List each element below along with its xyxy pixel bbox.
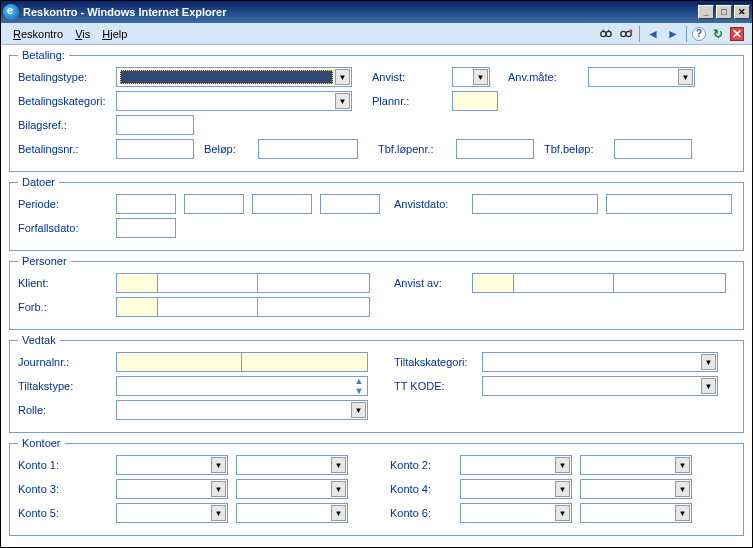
binoculars-icon[interactable] (598, 26, 614, 42)
legend-betaling: Betaling: (18, 49, 69, 61)
label-konto5: Konto 5: (18, 507, 116, 519)
konto3b-select[interactable]: ▼ (236, 479, 348, 499)
klient3-input[interactable] (258, 273, 370, 293)
next-icon[interactable]: ► (665, 26, 681, 42)
binoculars-clear-icon[interactable] (618, 26, 634, 42)
menu-reskontro[interactable]: Reskontro (7, 26, 69, 42)
svg-point-1 (606, 31, 611, 36)
betalingstype-select[interactable]: ▼ (116, 67, 352, 87)
label-periode: Periode: (18, 198, 116, 210)
chevron-down-icon: ▼ (331, 481, 346, 497)
chevron-down-icon: ▼ (211, 457, 226, 473)
menu-vis[interactable]: Vis (69, 26, 96, 42)
group-datoer: Datoer Periode: Anvistdato: Forfallsdato… (9, 176, 744, 251)
periode1-input[interactable] (116, 194, 176, 214)
journalnr2-input[interactable] (242, 352, 368, 372)
label-forfallsdato: Forfallsdato: (18, 222, 116, 234)
konto2a-select[interactable]: ▼ (460, 455, 572, 475)
konto6b-select[interactable]: ▼ (580, 503, 692, 523)
label-tbfbelop: Tbf.beløp: (544, 143, 608, 155)
chevron-down-icon: ▼ (473, 69, 488, 85)
label-rolle: Rolle: (18, 404, 116, 416)
label-tiltakstype: Tiltakstype: (18, 380, 116, 392)
bilagsref-input[interactable] (116, 115, 194, 135)
konto2b-select[interactable]: ▼ (580, 455, 692, 475)
anvist-select[interactable]: ▼ (452, 67, 490, 87)
toolbar-separator (639, 26, 640, 42)
forfallsdato-input[interactable] (116, 218, 176, 238)
periode3-input[interactable] (252, 194, 312, 214)
ttkode-select[interactable]: ▼ (482, 376, 718, 396)
refresh-icon[interactable]: ↻ (710, 26, 726, 42)
content-area: Betaling: Betalingstype: ▼ Anvist: ▼ Anv… (1, 45, 752, 544)
anvistdato2-input[interactable] (606, 194, 732, 214)
konto3a-select[interactable]: ▼ (116, 479, 228, 499)
group-kontoer: Kontoer Konto 1: ▼ ▼ Konto 2: ▼ ▼ Konto … (9, 437, 744, 536)
ie-icon (3, 4, 19, 20)
chevron-down-icon: ▼ (335, 93, 350, 109)
belop-input[interactable] (258, 139, 358, 159)
label-betalingsnr: Betalingsnr.: (18, 143, 116, 155)
periode4-input[interactable] (320, 194, 380, 214)
chevron-down-icon: ▼ (675, 481, 690, 497)
konto5b-select[interactable]: ▼ (236, 503, 348, 523)
konto6a-select[interactable]: ▼ (460, 503, 572, 523)
tbfbelop-input[interactable] (614, 139, 692, 159)
chevron-down-icon: ▼ (675, 505, 690, 521)
label-forb: Forb.: (18, 301, 116, 313)
forb2-input[interactable] (158, 297, 258, 317)
legend-vedtak: Vedtak (18, 334, 60, 346)
konto1a-select[interactable]: ▼ (116, 455, 228, 475)
chevron-down-icon: ▼ (211, 505, 226, 521)
forb3-input[interactable] (258, 297, 370, 317)
konto4a-select[interactable]: ▼ (460, 479, 572, 499)
label-tiltakskategori: Tiltakskategori: (394, 356, 482, 368)
chevron-down-icon: ▼ (555, 481, 570, 497)
klient1-input[interactable] (116, 273, 158, 293)
chevron-down-icon: ▼ (211, 481, 226, 497)
konto4b-select[interactable]: ▼ (580, 479, 692, 499)
label-anvmate: Anv.måte: (508, 71, 578, 83)
tiltakstype-input[interactable]: ▲▼ (116, 376, 368, 396)
updown-icon[interactable]: ▲▼ (354, 376, 364, 396)
periode2-input[interactable] (184, 194, 244, 214)
rolle-select[interactable]: ▼ (116, 400, 368, 420)
betalingskategori-select[interactable]: ▼ (116, 91, 352, 111)
plannr-input[interactable] (452, 91, 498, 111)
toolbar-separator (686, 26, 687, 42)
label-anvistdato: Anvistdato: (394, 198, 472, 210)
maximize-button[interactable]: □ (716, 5, 732, 19)
group-personer: Personer Klient: Anvist av: Forb.: (9, 255, 744, 330)
tbflopenr-input[interactable] (456, 139, 534, 159)
minimize-button[interactable]: _ (698, 5, 714, 19)
prev-icon[interactable]: ◄ (645, 26, 661, 42)
label-journalnr: Journalnr.: (18, 356, 116, 368)
close-form-icon[interactable]: ✕ (730, 27, 744, 41)
close-button[interactable]: ✕ (734, 5, 750, 19)
menu-hjelp[interactable]: Hjelp (96, 26, 133, 42)
anvistdato1-input[interactable] (472, 194, 598, 214)
chevron-down-icon: ▼ (331, 505, 346, 521)
chevron-down-icon: ▼ (675, 457, 690, 473)
anvmate-select[interactable]: ▼ (588, 67, 695, 87)
konto5a-select[interactable]: ▼ (116, 503, 228, 523)
anvistav2-input[interactable] (514, 273, 614, 293)
label-plannr: Plannr.: (372, 95, 432, 107)
label-konto3: Konto 3: (18, 483, 116, 495)
anvistav3-input[interactable] (614, 273, 726, 293)
tiltakskategori-select[interactable]: ▼ (482, 352, 718, 372)
label-konto1: Konto 1: (18, 459, 116, 471)
betalingsnr-input[interactable] (116, 139, 194, 159)
label-ttkode: TT KODE: (394, 380, 482, 392)
chevron-down-icon: ▼ (351, 402, 366, 418)
window-title: Reskontro - Windows Internet Explorer (23, 6, 698, 18)
chevron-down-icon: ▼ (555, 505, 570, 521)
chevron-down-icon: ▼ (678, 69, 693, 85)
anvistav1-input[interactable] (472, 273, 514, 293)
forb1-input[interactable] (116, 297, 158, 317)
konto1b-select[interactable]: ▼ (236, 455, 348, 475)
journalnr1-input[interactable] (116, 352, 242, 372)
help-icon[interactable]: ? (692, 27, 706, 41)
label-anvistav: Anvist av: (394, 277, 472, 289)
klient2-input[interactable] (158, 273, 258, 293)
